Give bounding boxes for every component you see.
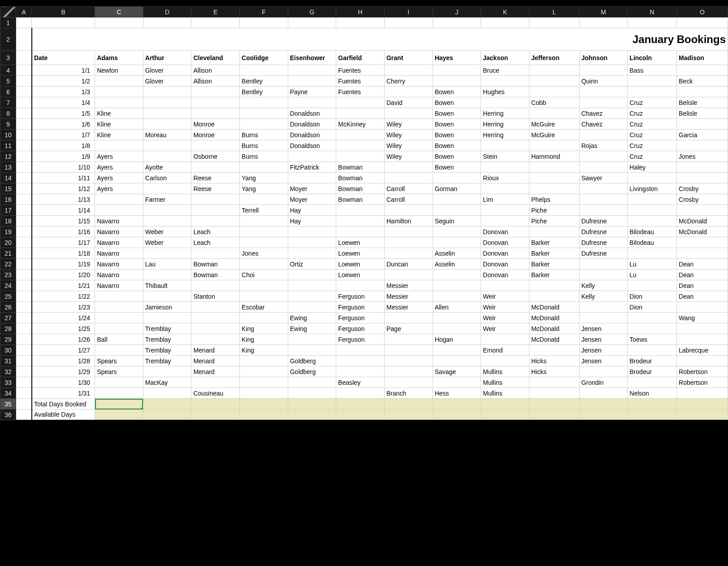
cell-B5[interactable]: 1/2: [32, 76, 95, 87]
row-header-6[interactable]: 6: [0, 87, 16, 97]
cell-G28[interactable]: Ewing: [288, 323, 336, 334]
cell-F34[interactable]: [240, 388, 288, 399]
cell-L29[interactable]: McDonald: [529, 334, 579, 345]
cell-F7[interactable]: [240, 97, 288, 108]
cell-A2[interactable]: [16, 28, 32, 51]
cell-A34[interactable]: [16, 388, 32, 399]
cell-D17[interactable]: [143, 205, 191, 216]
row-36[interactable]: 36Available Days: [0, 409, 728, 420]
cell-K28[interactable]: Weir: [481, 323, 529, 334]
cell-K35[interactable]: [481, 399, 529, 409]
cell-K29[interactable]: [481, 334, 529, 345]
cell-H13[interactable]: Bowman: [336, 162, 385, 173]
cell-D4[interactable]: Glover: [143, 65, 191, 76]
cell-H7[interactable]: [336, 97, 385, 108]
cell-J31[interactable]: [433, 356, 481, 366]
row-header-23[interactable]: 23: [0, 270, 16, 280]
cell-L36[interactable]: [529, 409, 579, 420]
cell-E20[interactable]: Leach: [191, 237, 240, 248]
cell-O12[interactable]: Jones: [677, 151, 728, 162]
row-header-25[interactable]: 25: [0, 291, 16, 302]
cell-D15[interactable]: [143, 183, 191, 194]
cell-C5[interactable]: [95, 76, 143, 87]
cell-O19[interactable]: McDonald: [677, 226, 728, 237]
cell-H23[interactable]: Loewen: [336, 270, 385, 280]
cell-B1[interactable]: [32, 17, 95, 28]
cell-L12[interactable]: Hammond: [529, 151, 579, 162]
cell-C20[interactable]: Navarro: [95, 237, 143, 248]
row-14[interactable]: 141/11AyersCarlsonReeseYangBowmanRiouxSa…: [0, 173, 728, 183]
cell-B34[interactable]: 1/31: [32, 388, 95, 399]
cell-E10[interactable]: Monroe: [191, 130, 240, 140]
cell-B30[interactable]: 1/27: [32, 345, 95, 356]
cell-E28[interactable]: [191, 323, 240, 334]
cell-M17[interactable]: [579, 205, 628, 216]
cell-A27[interactable]: [16, 313, 32, 323]
cell-B23[interactable]: 1/20: [32, 270, 95, 280]
cell-N8[interactable]: Cruz: [628, 108, 677, 119]
cell-K32[interactable]: Mullins: [481, 366, 529, 377]
cell-O36[interactable]: [677, 409, 728, 420]
cell-N35[interactable]: [628, 399, 677, 409]
cell-E30[interactable]: Menard: [191, 345, 240, 356]
cell-J33[interactable]: [433, 377, 481, 388]
cell-B25[interactable]: 1/22: [32, 291, 95, 302]
cell-N21[interactable]: [628, 248, 677, 259]
row-header-18[interactable]: 18: [0, 216, 16, 226]
cell-I10[interactable]: Wiley: [384, 130, 433, 140]
cell-D27[interactable]: [143, 313, 191, 323]
cell-D35[interactable]: [143, 399, 191, 409]
row-12[interactable]: 121/9AyersOsborneBurnsWileyBowenSteinHam…: [0, 151, 728, 162]
cell-G5[interactable]: [288, 76, 336, 87]
col-header-K[interactable]: K: [481, 7, 529, 17]
cell-F36[interactable]: [240, 409, 288, 420]
cell-F4[interactable]: [240, 65, 288, 76]
cell-D21[interactable]: [143, 248, 191, 259]
cell-D31[interactable]: Tremblay: [143, 356, 191, 366]
cell-A4[interactable]: [16, 65, 32, 76]
cell-B10[interactable]: 1/7: [32, 130, 95, 140]
row-header-14[interactable]: 14: [0, 173, 16, 183]
cell-D28[interactable]: Tremblay: [143, 323, 191, 334]
cell-L22[interactable]: Barker: [529, 259, 579, 270]
cell-B32[interactable]: 1/29: [32, 366, 95, 377]
row-header-34[interactable]: 34: [0, 388, 16, 399]
cell-A19[interactable]: [16, 226, 32, 237]
cell-C25[interactable]: [95, 291, 143, 302]
column-header-row[interactable]: A B C D E F G H I J K L M N O: [0, 7, 728, 17]
cell-L20[interactable]: Barker: [529, 237, 579, 248]
col-header-N[interactable]: N: [628, 7, 677, 17]
cell-K31[interactable]: [481, 356, 529, 366]
row-5[interactable]: 51/2GloverAllisonBentleyFuentesCherryQui…: [0, 76, 728, 87]
row-31[interactable]: 311/28SpearsTremblayMenardGoldbergHicksJ…: [0, 356, 728, 366]
row-34[interactable]: 341/31CousineauBranchHessMullinsNelson: [0, 388, 728, 399]
cell-N14[interactable]: [628, 173, 677, 183]
cell-M11[interactable]: Rojas: [579, 140, 628, 151]
cell-O4[interactable]: [677, 65, 728, 76]
cell-C7[interactable]: [95, 97, 143, 108]
cell-H26[interactable]: Ferguson: [336, 302, 385, 313]
cell-M28[interactable]: Jensen: [579, 323, 628, 334]
cell-F1[interactable]: [240, 17, 288, 28]
cell-N26[interactable]: Dion: [628, 302, 677, 313]
cell-M33[interactable]: Grondin: [579, 377, 628, 388]
cell-K9[interactable]: Herring: [481, 119, 529, 130]
cell-K10[interactable]: Herring: [481, 130, 529, 140]
cell-J24[interactable]: [433, 280, 481, 291]
cell-K21[interactable]: Donovan: [481, 248, 529, 259]
col-header-E[interactable]: E: [191, 7, 240, 17]
cell-B8[interactable]: 1/5: [32, 108, 95, 119]
header-coolidge[interactable]: Coolidge: [240, 51, 288, 65]
cell-O25[interactable]: Dean: [677, 291, 728, 302]
cell-M25[interactable]: Kelly: [579, 291, 628, 302]
cell-G17[interactable]: Hay: [288, 205, 336, 216]
col-header-B[interactable]: B: [32, 7, 95, 17]
cell-A21[interactable]: [16, 248, 32, 259]
row-header-26[interactable]: 26: [0, 302, 16, 313]
cell-B11[interactable]: 1/8: [32, 140, 95, 151]
cell-B9[interactable]: 1/6: [32, 119, 95, 130]
cell-L33[interactable]: [529, 377, 579, 388]
cell-J13[interactable]: Bowen: [433, 162, 481, 173]
cell-E7[interactable]: [191, 97, 240, 108]
cell-G23[interactable]: [288, 270, 336, 280]
